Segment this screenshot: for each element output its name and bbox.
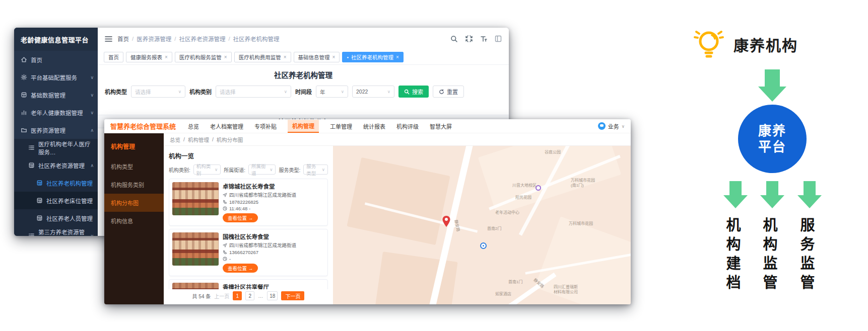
platform-circle: 康养 平台	[738, 105, 807, 173]
poi-marker-icon[interactable]	[536, 185, 541, 191]
pagination: 共 54 条 上一页 1 2 … 18 下一页	[169, 289, 328, 302]
sidebar-item-thirdparty-resources[interactable]: 第三方养老资源管理 ∨	[14, 227, 98, 236]
page-ellipsis[interactable]: …	[258, 293, 263, 299]
sidebar-item-org-info[interactable]: 机构信息	[104, 212, 164, 230]
page-1-button[interactable]: 1	[233, 291, 242, 300]
lightbulb-icon	[691, 24, 726, 62]
clock-icon	[223, 257, 227, 261]
view-location-button[interactable]: 查看位置 →	[223, 264, 258, 273]
chevron-down-icon: ∨	[90, 93, 94, 98]
org-card[interactable]: 香樟社区共享餐厅 四川省成都市锦江区成龙路街道 18108065631 - 查看…	[169, 279, 328, 289]
hamburger-icon[interactable]	[105, 36, 112, 42]
sidebar-item-base-data[interactable]: 基础数据管理 ∨	[14, 86, 98, 104]
map-pin-icon[interactable]	[442, 215, 451, 227]
sidebar-item-medical-resources[interactable]: 医养资源管理 ∧	[14, 121, 98, 139]
page-2-button[interactable]: 2	[245, 291, 254, 300]
metro-station-icon[interactable]	[480, 242, 487, 249]
org-card[interactable]: 卓锦城社区长寿食堂 四川省成都市锦江区成龙路街道 18782226825 11:…	[169, 179, 328, 226]
nav-overview[interactable]: 总览	[188, 122, 199, 130]
sidebar-item-org-type[interactable]: 机构类型	[104, 157, 164, 176]
chevron-down-icon: ∨	[387, 89, 390, 94]
org-photo	[172, 232, 219, 266]
search-icon	[404, 89, 410, 95]
sidebar-item-home[interactable]: 首页	[14, 51, 98, 68]
org-card[interactable]: 国槐社区长寿食堂 四川省成都市锦江区成龙路街道 13666270267 - 查看…	[169, 229, 328, 276]
filter-bar: 机构类型 请选择 ∨ 机构类别 请选择 ∨ 时间段 年 ∨ 2022 ∨	[98, 86, 509, 98]
sidebar-item-org-distribution-map[interactable]: 机构分布图	[104, 194, 164, 212]
tab-medical-fee[interactable]: 医疗机构费用监管×	[234, 52, 291, 62]
topbar-icons	[450, 35, 502, 43]
nav-org-rating[interactable]: 机构评级	[396, 122, 419, 130]
phone-icon	[223, 250, 227, 255]
sidebar-item-medical-service[interactable]: 医疗机构老年人医疗服务…	[14, 139, 98, 156]
chevron-down-icon: ∨	[284, 89, 287, 94]
nav-elder-archive[interactable]: 老人档案管理	[210, 122, 243, 130]
branch-label-org-supervision: 机构监管	[758, 217, 779, 294]
branch-label-org-archiving: 机构建档	[721, 217, 743, 294]
home-icon	[21, 56, 27, 63]
sidebar-item-community-staff-mgmt[interactable]: 社区养老人员管理	[14, 209, 98, 227]
org-type-select[interactable]: 请选择 ∨	[131, 86, 185, 98]
map[interactable]: 谷底公园 万科城市花园(南1门) 川音大地校区 阳光花园 老年活动中心 首南2门…	[333, 146, 631, 304]
font-size-icon[interactable]	[480, 35, 487, 42]
period-unit-select[interactable]: 年 ∨	[316, 86, 348, 98]
sidebar-item-platform-config[interactable]: 平台基础配置服务 ∨	[14, 68, 98, 86]
tab-base-info[interactable]: 基础信息管理×	[294, 52, 340, 62]
org-name: 卓锦城社区长寿食堂	[223, 182, 296, 190]
prev-page-button[interactable]: 上一页	[214, 292, 229, 300]
search-button[interactable]: 搜索	[398, 86, 429, 98]
diagram-title: 康养机构	[733, 33, 798, 55]
tab-community-org-active[interactable]: ●社区养老机构管理×	[342, 52, 403, 62]
list-title: 机构一览	[169, 151, 328, 160]
back-sidebar: 老龄健康信息管理平台 首页 平台基础配置服务 ∨ 基础数据管理 ∨ 老年人健康数…	[14, 28, 98, 236]
nav-smart-screen[interactable]: 智慧大屏	[430, 122, 452, 130]
close-icon[interactable]: ×	[165, 54, 168, 60]
down-arrow	[758, 69, 786, 102]
service-type-filter[interactable]: 服务类型 ∨	[303, 164, 328, 175]
nav-org-mgmt-active[interactable]: 机构管理	[288, 120, 319, 133]
org-category-filter[interactable]: 机构类别 ∨	[193, 164, 221, 175]
view-location-button[interactable]: 查看位置 →	[223, 213, 258, 222]
reset-button[interactable]: 重置	[433, 86, 464, 98]
sidebar-item-community-resources[interactable]: 社区养老资源管理 ∧	[14, 156, 98, 174]
map-label: 万科城市花园(南1门)	[571, 178, 600, 188]
chevron-down-icon: ∨	[90, 233, 94, 236]
close-icon[interactable]: ×	[224, 54, 227, 60]
street-filter[interactable]: 所属街道 ∨	[248, 164, 276, 175]
close-icon[interactable]: ×	[396, 54, 399, 60]
sidebar-item-health-data[interactable]: 老年人健康数据管理 ∨	[14, 104, 98, 121]
user-menu[interactable]: 业务 ∨	[598, 122, 625, 130]
nav-stats-report[interactable]: 统计报表	[363, 122, 385, 130]
sidebar-item-org-service-category[interactable]: 机构服务类别	[104, 176, 164, 194]
sidebar-item-community-org-mgmt[interactable]: 社区养老机构管理	[14, 174, 98, 192]
fullscreen-icon[interactable]	[465, 35, 473, 42]
chevron-down-icon: ∨	[270, 167, 273, 172]
clock-icon	[223, 206, 227, 211]
org-category-select[interactable]: 请选择 ∨	[216, 86, 291, 98]
map-label: 阳光花园	[515, 195, 531, 200]
close-icon[interactable]: ×	[284, 54, 287, 60]
org-photo	[172, 283, 219, 289]
nav-subsidy[interactable]: 专项补贴	[254, 122, 277, 130]
breadcrumb: 首页 / 医养资源管理 / 社区养老资源管理 / 社区养老机构管理	[117, 35, 280, 43]
front-nav: 总览 老人档案管理 专项补贴 机构管理 工单管理 统计报表 机构评级 智慧大屏	[188, 120, 452, 133]
chevron-up-icon: ∧	[90, 128, 94, 133]
tab-health-report[interactable]: 健康服务报表×	[126, 52, 172, 62]
map-label: 首南1门	[508, 280, 522, 285]
refresh-icon	[439, 89, 444, 95]
sidebar-item-community-bed-mgmt[interactable]: 社区养老床位管理	[14, 192, 98, 209]
nav-work-order[interactable]: 工单管理	[330, 122, 352, 130]
close-icon[interactable]: ×	[332, 54, 336, 60]
map-block	[347, 157, 450, 245]
tab-medical-service-监管[interactable]: 医疗机构服务监管×	[175, 52, 232, 62]
period-year-select[interactable]: 2022 ∨	[352, 86, 394, 98]
search-icon[interactable]	[450, 35, 458, 43]
tab-home[interactable]: 首页	[104, 52, 123, 62]
map-road-label: 静安路	[453, 219, 460, 232]
front-body: 机构管理 机构类型 机构服务类别 机构分布图 机构信息 总览 / 机构管理 / …	[104, 133, 631, 304]
layout-icon[interactable]	[495, 35, 502, 42]
page-18-button[interactable]: 18	[267, 291, 278, 300]
next-page-button[interactable]: 下一页	[281, 291, 304, 300]
database-icon	[21, 92, 27, 98]
phone-icon	[223, 200, 227, 204]
